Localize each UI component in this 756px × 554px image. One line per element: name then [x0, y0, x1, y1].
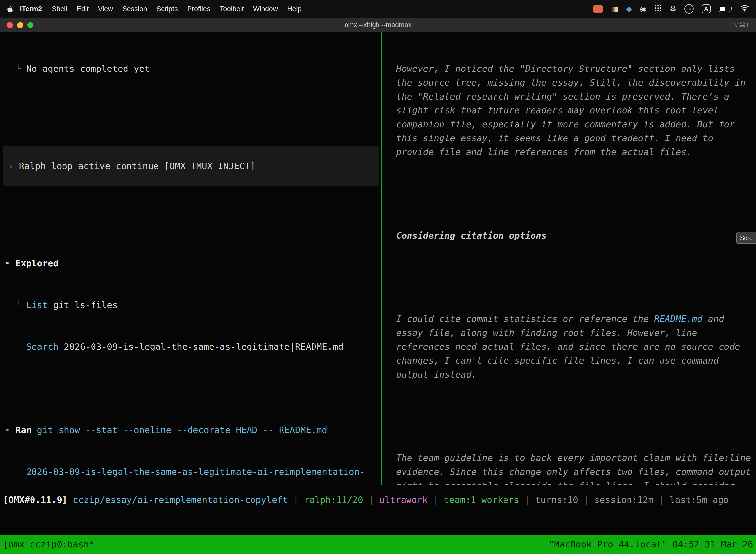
screen-recording-indicator[interactable] [593, 5, 603, 13]
window-title-bar: omx --xhigh --madmax ⌥⌘1 [0, 18, 756, 32]
omx-status-line: [OMX#0.11.9] cczip/essay/ai-reimplementa… [3, 493, 729, 507]
menu-bar-status-icons: ▦ ◆ ◉ ⚙ .61 A [593, 4, 749, 14]
agents-completed-line: └ No agents completed yet [5, 62, 381, 76]
close-button[interactable] [7, 22, 13, 28]
bullet-icon: • [5, 425, 15, 435]
omx-mode: ultrawork [379, 495, 428, 505]
banner-prompt: › [8, 159, 19, 173]
gauge-widget[interactable]: .61 [684, 4, 694, 14]
terminal-pane-right[interactable]: However, I noticed the "Directory Struct… [382, 32, 756, 485]
menu-window[interactable]: Window [249, 5, 283, 13]
gear-icon[interactable]: ⚙ [670, 5, 676, 13]
grid-table-icon[interactable]: ▦ [611, 5, 618, 13]
omx-last: last:5m ago [670, 495, 729, 505]
app-menu-iterm2[interactable]: iTerm2 [15, 5, 47, 13]
ralph-loop-banner: › Ralph loop active continue [OMX_TMUX_I… [3, 146, 379, 186]
keyboard-layout-icon[interactable]: A [702, 4, 711, 13]
minimize-button[interactable] [17, 22, 23, 28]
menu-view[interactable]: View [93, 5, 118, 13]
terminal-pane-left[interactable]: └ No agents completed yet › Ralph loop a… [0, 32, 381, 485]
reasoning-paragraph: The team guideline is to back every impo… [387, 451, 756, 485]
banner-text: Ralph loop active continue [OMX_TMUX_INJ… [19, 159, 255, 173]
reasoning-paragraph: However, I noticed the "Directory Struct… [387, 62, 756, 159]
ran-git-show-line: • Ran git show --stat --oneline --decora… [5, 423, 381, 437]
desktop-screen: iTerm2 Shell Edit View Session Scripts P… [0, 0, 756, 554]
menu-profiles[interactable]: Profiles [183, 5, 215, 13]
reasoning-paragraph: I could cite commit statistics or refere… [387, 312, 756, 382]
search-action: Search [26, 341, 59, 352]
battery-icon[interactable] [718, 6, 732, 12]
explored-search-line: Search 2026-03-09-is-legal-the-same-as-l… [5, 340, 381, 354]
circle-app-icon[interactable]: ◉ [640, 5, 646, 13]
explored-header: • Explored [5, 257, 381, 270]
command-text: git show --stat --oneline --decorate HEA… [32, 425, 327, 435]
zoom-button[interactable] [27, 22, 33, 28]
menu-edit[interactable]: Edit [72, 5, 93, 13]
wifi-icon[interactable] [740, 5, 749, 13]
explored-list-line: └ List git ls-files [5, 298, 381, 312]
tmux-host-clock: "MacBook-Pro-44.local" 04:52 31-Mar-26 [549, 537, 753, 551]
clipped-screen-overlay: Scre [736, 232, 756, 244]
command-wrap-line: 2026-03-09-is-legal-the-same-as-legitima… [5, 465, 381, 479]
dots-grid-icon[interactable] [654, 4, 662, 14]
tmux-session-window: [omx-cczip0:bash* [3, 537, 94, 551]
omx-ralph-counter: ralph:11/20 [304, 495, 363, 505]
omx-team: team:1 workers [444, 495, 519, 505]
omx-branch-path: cczip/essay/ai-reimplementation-copyleft [73, 495, 288, 505]
blue-app-icon[interactable]: ◆ [626, 5, 632, 13]
menu-toolbelt[interactable]: Toolbelt [215, 5, 249, 13]
readme-link[interactable]: README.md [654, 314, 702, 324]
omx-version: [OMX#0.11.9] [3, 495, 73, 505]
window-controls [7, 22, 33, 28]
tmux-status-bar: [omx-cczip0:bash* "MacBook-Pro-44.local"… [0, 535, 756, 554]
menu-scripts[interactable]: Scripts [152, 5, 183, 13]
apple-menu-icon[interactable] [7, 5, 13, 13]
menu-shell[interactable]: Shell [47, 5, 72, 13]
omx-session: session:12m [594, 495, 653, 505]
menu-help[interactable]: Help [282, 5, 306, 13]
menu-session[interactable]: Session [118, 5, 152, 13]
menu-bar: iTerm2 Shell Edit View Session Scripts P… [0, 0, 756, 18]
list-action: List [26, 300, 48, 310]
terminal-window: └ No agents completed yet › Ralph loop a… [0, 32, 756, 554]
window-title: omx --xhigh --madmax [0, 21, 756, 29]
window-shortcut-hint: ⌥⌘1 [732, 21, 750, 29]
omx-turns: turns:10 [535, 495, 578, 505]
reasoning-heading: Considering citation options [387, 229, 756, 242]
horizontal-separator [0, 485, 756, 486]
